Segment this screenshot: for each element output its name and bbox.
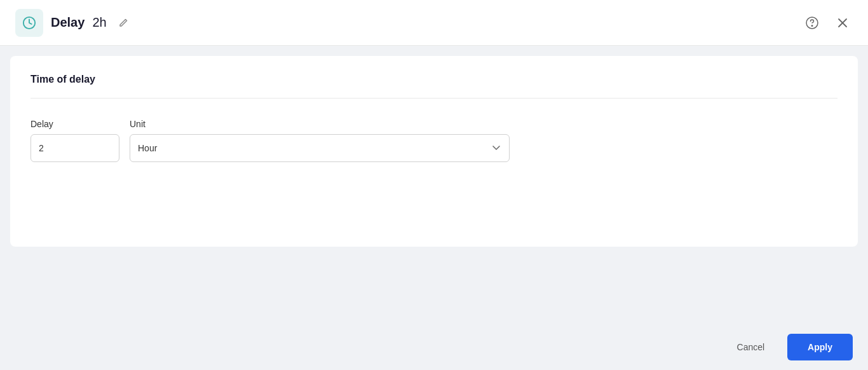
close-button[interactable] — [832, 13, 853, 33]
section-title: Time of delay — [31, 74, 837, 85]
unit-label: Unit — [130, 119, 510, 129]
dialog-container: Delay 2h — [0, 0, 868, 370]
delay-input[interactable] — [31, 134, 119, 162]
dialog-footer: Cancel Apply — [0, 324, 868, 370]
divider — [31, 98, 837, 99]
edit-icon[interactable] — [114, 14, 132, 32]
clock-icon — [15, 9, 43, 37]
header-right — [802, 13, 853, 33]
header-subtitle: 2h — [92, 15, 106, 30]
delay-form-group: Delay — [31, 119, 119, 162]
form-row: Delay Unit Minute Hour Day Week — [31, 119, 837, 162]
unit-select[interactable]: Minute Hour Day Week — [130, 134, 510, 162]
card: Time of delay Delay Unit Minute Hour Day… — [10, 56, 858, 247]
help-button[interactable] — [802, 13, 822, 33]
cancel-button[interactable]: Cancel — [722, 334, 780, 360]
apply-button[interactable]: Apply — [787, 334, 853, 360]
header-left: Delay 2h — [15, 9, 802, 37]
main-content: Time of delay Delay Unit Minute Hour Day… — [0, 46, 868, 324]
dialog-header: Delay 2h — [0, 0, 868, 46]
unit-form-group: Unit Minute Hour Day Week — [130, 119, 510, 162]
svg-point-2 — [811, 25, 813, 26]
header-title: Delay — [51, 15, 85, 30]
delay-label: Delay — [31, 119, 119, 129]
